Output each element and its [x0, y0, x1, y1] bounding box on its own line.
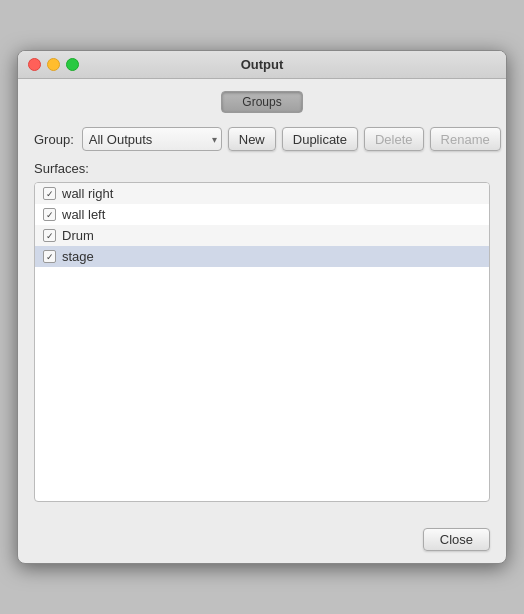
window-controls	[28, 58, 79, 71]
surface-name: wall right	[62, 186, 113, 201]
list-item[interactable]: wall left	[35, 204, 489, 225]
duplicate-button[interactable]: Duplicate	[282, 127, 358, 151]
tab-bar: Groups	[34, 91, 490, 113]
surface-name: wall left	[62, 207, 105, 222]
bottom-bar: Close	[18, 518, 506, 563]
list-item[interactable]: Drum	[35, 225, 489, 246]
delete-button[interactable]: Delete	[364, 127, 424, 151]
checkbox-drum[interactable]	[43, 229, 56, 242]
checkbox-wall-left[interactable]	[43, 208, 56, 221]
surfaces-list: wall right wall left Drum stage	[34, 182, 490, 502]
group-row: Group: All Outputs Group 1 Group 2 New D…	[34, 127, 490, 151]
main-content: Groups Group: All Outputs Group 1 Group …	[18, 79, 506, 518]
rename-button[interactable]: Rename	[430, 127, 501, 151]
group-select-wrapper: All Outputs Group 1 Group 2	[82, 127, 222, 151]
output-window: Output Groups Group: All Outputs Group 1…	[17, 50, 507, 564]
surface-name: Drum	[62, 228, 94, 243]
title-bar: Output	[18, 51, 506, 79]
minimize-window-button[interactable]	[47, 58, 60, 71]
close-button[interactable]: Close	[423, 528, 490, 551]
list-item[interactable]: wall right	[35, 183, 489, 204]
checkbox-wall-right[interactable]	[43, 187, 56, 200]
list-item-selected[interactable]: stage	[35, 246, 489, 267]
tab-groups[interactable]: Groups	[221, 91, 302, 113]
close-window-button[interactable]	[28, 58, 41, 71]
surfaces-label: Surfaces:	[34, 161, 490, 176]
group-select[interactable]: All Outputs Group 1 Group 2	[82, 127, 222, 151]
new-button[interactable]: New	[228, 127, 276, 151]
checkbox-stage[interactable]	[43, 250, 56, 263]
group-label: Group:	[34, 132, 74, 147]
surface-name: stage	[62, 249, 94, 264]
maximize-window-button[interactable]	[66, 58, 79, 71]
window-title: Output	[241, 57, 284, 72]
